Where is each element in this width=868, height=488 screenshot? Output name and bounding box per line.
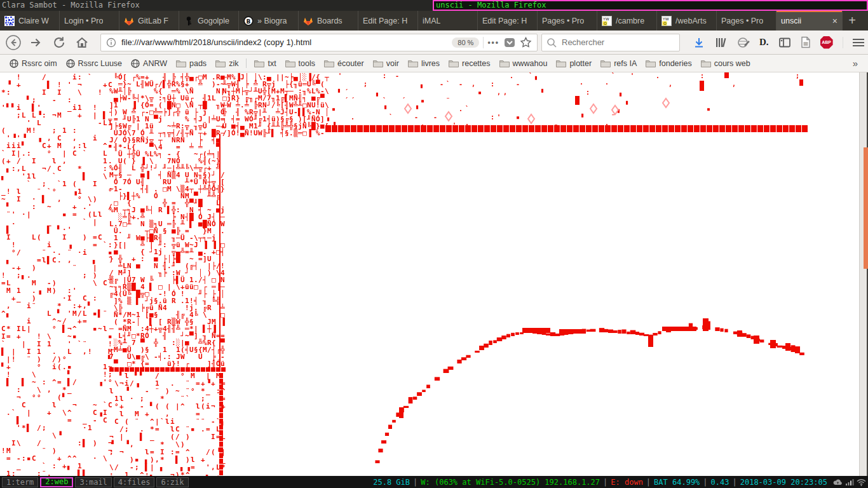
workspace-2-web[interactable]: 2:web (40, 477, 73, 487)
tab-edit-page-h[interactable]: Edit Page: H (358, 11, 418, 30)
url-input[interactable] (120, 37, 448, 48)
tab-edit-page-h[interactable]: Edit Page: H (478, 11, 538, 30)
gitlab-favicon (303, 16, 313, 26)
bookmark-wwwahou[interactable]: wwwahou (495, 58, 552, 69)
volume-icon[interactable] (845, 478, 854, 486)
search-bar[interactable] (541, 34, 680, 51)
tab-gitlab-f[interactable]: GitLab F (119, 11, 179, 30)
bookmark-pads[interactable]: pads (172, 58, 211, 69)
toolbar-extension-icons: D. ABP (693, 36, 864, 49)
tab-strip: Claire WLogin • ProGitLab FGogolpleB» Bi… (0, 11, 843, 30)
bookmarks-overflow-button[interactable]: » (853, 58, 863, 69)
document-icon[interactable] (801, 36, 811, 48)
reload-button[interactable] (50, 33, 69, 52)
tab-gogolple[interactable]: Gogolple (179, 11, 239, 30)
bookmark-label: refs IA (614, 59, 637, 68)
bookmark-rssrc-oim[interactable]: Rssrc oim (5, 58, 62, 69)
bookmark-livres[interactable]: livres (403, 58, 444, 69)
page-info-icon[interactable] (106, 37, 116, 48)
bookmark-txt[interactable]: txt (250, 58, 280, 69)
status-separator: | (603, 478, 607, 487)
status-segment: W: (063% at WiFi-5.0-0525) 192.168.1.27 (421, 478, 600, 487)
download-icon[interactable] (693, 36, 705, 49)
workspace-1-term[interactable]: 1:term (2, 477, 38, 487)
tab-biogra[interactable]: B» Biogra (239, 11, 299, 30)
bookmark-label: cours web (714, 59, 750, 68)
tab-label: Edit Page: H (363, 17, 407, 25)
bookmark-rssrc-luuse[interactable]: Rssrc Luuse (62, 58, 126, 69)
home-button[interactable] (72, 33, 92, 52)
bookmark-label: tools (299, 59, 315, 68)
status-separator: | (703, 478, 707, 487)
tab-label: iMAL (423, 17, 440, 25)
cloud-icon[interactable] (833, 478, 843, 486)
tab-label: Boards (317, 17, 342, 25)
url-bar[interactable]: 80 % ••• (100, 34, 538, 51)
scrollbar-thumb[interactable] (864, 147, 868, 269)
adblock-plus-icon[interactable]: ABP (820, 36, 833, 49)
bookmark-zik[interactable]: zik (211, 58, 243, 69)
tab-label: /cambre (616, 17, 644, 25)
bookmark-cours-web[interactable]: cours web (696, 58, 755, 69)
sidebar-toggle-icon[interactable] (778, 37, 791, 48)
search-input[interactable] (560, 37, 675, 48)
page-actions-button[interactable]: ••• (487, 38, 499, 47)
bookmark-star-icon[interactable] (520, 36, 532, 48)
wifi-icon[interactable] (857, 478, 866, 486)
ywo-favicon: YWO (602, 16, 612, 26)
urlbar-separator (483, 37, 484, 48)
workspace-list: 1:term2:web3:mail4:files6:zik (2, 477, 191, 487)
bookmark-label: écouter (337, 59, 364, 68)
tab-imal[interactable]: iMAL (418, 11, 478, 30)
home-icon (75, 36, 89, 50)
tab-boards[interactable]: Boards (299, 11, 358, 30)
bookmark-recettes[interactable]: recettes (444, 58, 494, 69)
bookmark-label: voir (386, 59, 399, 68)
tab-unscii[interactable]: unscii× (776, 11, 843, 30)
menu-hamburger-icon[interactable] (853, 38, 864, 47)
bookmark-voir[interactable]: voir (369, 58, 403, 69)
back-button[interactable] (4, 33, 23, 52)
tab-claire-w[interactable]: Claire W (0, 11, 60, 30)
scrollbar[interactable] (859, 72, 867, 476)
tab-label: Pages • Pro (542, 17, 584, 25)
key-favicon (184, 16, 194, 26)
folder-icon (600, 59, 611, 67)
bookmark-label: plotter (569, 59, 592, 68)
bookmark-refs-ia[interactable]: refs IA (596, 58, 641, 69)
bookmark-anrw[interactable]: ANRW (126, 58, 172, 69)
zoom-level-badge[interactable]: 80 % (452, 37, 479, 48)
workspace-3-mail[interactable]: 3:mail (75, 477, 111, 487)
tab-pages-pro[interactable]: Pages • Pro (717, 11, 776, 30)
bookmark-plotter[interactable]: plotter (552, 58, 596, 69)
forward-button[interactable] (27, 33, 46, 52)
globe-edit-icon[interactable] (737, 36, 750, 49)
tab-label: Edit Page: H (482, 17, 527, 25)
forward-icon (29, 35, 44, 50)
pocket-icon[interactable] (503, 36, 516, 49)
tab-label: Pages • Pro (721, 17, 763, 25)
workspace-4-files[interactable]: 4:files (114, 477, 155, 487)
bookmark-tools[interactable]: tools (281, 58, 320, 69)
d-extension-icon[interactable]: D. (759, 37, 769, 48)
svg-text:B: B (247, 18, 251, 24)
pixel-favicon (4, 16, 15, 26)
tab-login-pro[interactable]: Login • Pro (60, 11, 119, 30)
new-tab-button[interactable]: + (843, 11, 862, 30)
library-icon[interactable] (715, 37, 728, 48)
workspace-6-zik[interactable]: 6:zik (156, 477, 188, 487)
system-status: 25.8 GiB|W: (063% at WiFi-5.0-0525) 192.… (373, 478, 866, 487)
tab-webarts[interactable]: YWO/webArts (657, 11, 717, 30)
tab-close-icon[interactable]: × (830, 16, 837, 26)
gitlab-favicon (124, 16, 134, 26)
svg-text:YW: YW (662, 17, 669, 21)
folder-icon (646, 59, 656, 67)
bookmarks-separator (246, 58, 247, 68)
bookmark-fonderies[interactable]: fonderies (641, 58, 696, 69)
tab-cambre[interactable]: YWO/cambre (597, 11, 657, 30)
back-icon (4, 34, 22, 51)
tab-pages-pro[interactable]: Pages • Pro (538, 11, 597, 30)
bookmark--couter[interactable]: écouter (320, 58, 369, 69)
folder-icon (499, 59, 510, 67)
folder-icon (254, 59, 264, 67)
